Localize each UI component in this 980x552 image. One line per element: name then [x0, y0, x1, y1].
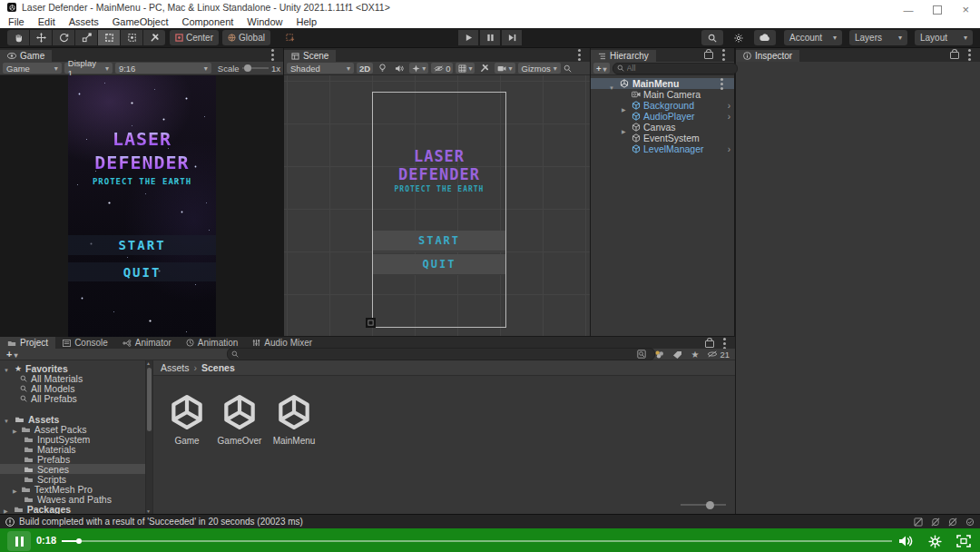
scene-file-gameover[interactable]: GameOver — [213, 392, 266, 446]
scene-tools-icon[interactable] — [477, 63, 492, 74]
settings-gear-icon[interactable] — [928, 535, 942, 548]
favorites-root[interactable]: ★ Favorites — [0, 363, 145, 373]
hierarchy-row-eventsystem[interactable]: EventSystem — [591, 133, 734, 143]
hierarchy-search-input[interactable] — [627, 64, 733, 73]
folder-textmesh-pro[interactable]: TextMesh Pro — [0, 484, 145, 494]
orientation-toggle-button[interactable]: Global — [222, 30, 270, 45]
tab-hierarchy[interactable]: Hierarchy — [591, 50, 656, 62]
prefab-chevron-icon[interactable]: › — [728, 112, 730, 122]
video-progress-bar[interactable] — [62, 540, 892, 542]
folder-prefabs[interactable]: Prefabs — [0, 454, 145, 464]
prefab-chevron-icon[interactable]: › — [728, 144, 730, 154]
menu-window[interactable]: Window — [247, 16, 282, 27]
assets-root[interactable]: Assets — [0, 414, 145, 424]
volume-icon[interactable] — [898, 535, 914, 547]
scene-lighting-icon[interactable] — [376, 63, 389, 74]
hierarchy-row-levelmanager[interactable]: LevelManager › — [591, 143, 734, 154]
rotate-tool-button[interactable] — [53, 30, 74, 45]
scale-slider[interactable] — [242, 67, 269, 69]
display-dropdown[interactable]: Display 1 — [64, 63, 113, 74]
tab-console[interactable]: Console — [55, 337, 115, 349]
pause-button[interactable] — [480, 30, 500, 45]
progress-status-icon[interactable] — [965, 518, 975, 527]
project-lock-icon[interactable] — [705, 340, 714, 348]
project-search-input[interactable] — [241, 350, 651, 359]
project-add-button[interactable]: + — [4, 349, 20, 360]
minimize-button[interactable]: — — [903, 5, 913, 15]
menu-gameobject[interactable]: GameObject — [113, 16, 169, 27]
prefab-chevron-icon[interactable]: › — [728, 101, 730, 111]
breadcrumb-current[interactable]: Scenes — [201, 362, 235, 373]
scale-tool-button[interactable] — [75, 30, 97, 45]
folder-materials[interactable]: Materials — [0, 444, 145, 454]
video-progress-knob[interactable] — [76, 538, 82, 544]
status-message[interactable]: Build completed with a result of 'Succee… — [19, 517, 303, 527]
game-quit-button[interactable]: QUIT — [68, 262, 216, 281]
project-menu-icon[interactable] — [723, 342, 726, 345]
package-visibility-icon[interactable] — [654, 350, 664, 359]
scene-menu-icon[interactable] — [720, 83, 723, 85]
menu-assets[interactable]: Assets — [69, 16, 99, 27]
rect-tool-button[interactable] — [98, 30, 120, 45]
search-by-type-icon[interactable] — [637, 350, 646, 359]
layout-dropdown[interactable]: Layout — [915, 30, 973, 45]
icon-size-slider[interactable] — [681, 500, 726, 509]
scene-file-mainmenu[interactable]: MainMenu — [268, 392, 320, 446]
hand-tool-button[interactable] — [7, 30, 29, 45]
shading-mode-dropdown[interactable]: Shaded — [287, 63, 354, 74]
hierarchy-row-scene[interactable]: MainMenu — [591, 78, 734, 89]
grid-visibility-dropdown[interactable] — [456, 63, 475, 74]
game-view-dropdown[interactable]: Game — [3, 63, 62, 74]
tab-animator[interactable]: Animator — [115, 337, 179, 349]
grid-snapping-icon[interactable] — [279, 30, 301, 45]
maximize-button[interactable] — [933, 5, 942, 15]
scene-camera-dropdown[interactable] — [495, 63, 514, 74]
code-coverage-icon[interactable] — [914, 518, 923, 527]
folder-asset-packs[interactable]: Asset Packs — [0, 424, 145, 434]
inspector-lock-icon[interactable] — [950, 52, 959, 59]
folder-scripts[interactable]: Scripts — [0, 474, 145, 484]
gizmos-dropdown[interactable]: Gizmos — [518, 63, 561, 74]
scene-audio-icon[interactable] — [392, 63, 407, 74]
folder-waves-and-paths[interactable]: Waves and Paths — [0, 494, 145, 504]
pivot-toggle-button[interactable]: Center — [170, 30, 219, 45]
folder-scenes[interactable]: Scenes — [0, 464, 145, 474]
menu-help[interactable]: Help — [296, 16, 317, 27]
icon-size-slider-knob[interactable] — [706, 501, 714, 509]
tab-scene[interactable]: Scene — [284, 50, 336, 62]
search-button[interactable] — [701, 30, 723, 45]
hierarchy-lock-icon[interactable] — [704, 52, 713, 59]
scroll-up-icon[interactable]: ▲ — [146, 360, 151, 366]
auto-refresh-icon[interactable] — [948, 518, 957, 527]
tab-game[interactable]: Game — [0, 50, 52, 62]
hierarchy-row-main-camera[interactable]: Main Camera — [591, 89, 734, 100]
video-pause-button[interactable] — [7, 531, 31, 551]
scene-panel-menu-icon[interactable] — [578, 54, 581, 56]
game-start-button[interactable]: START — [68, 235, 216, 255]
game-panel-menu-icon[interactable] — [271, 54, 274, 56]
tab-project[interactable]: Project — [0, 337, 55, 349]
favorites-all-materials[interactable]: All Materials — [0, 373, 145, 383]
hierarchy-search-field[interactable] — [612, 63, 738, 74]
label-icon[interactable] — [672, 350, 682, 359]
favorites-all-models[interactable]: All Models — [0, 383, 145, 393]
scene-search-icon[interactable] — [564, 64, 572, 73]
hierarchy-row-background[interactable]: Background › — [591, 100, 734, 111]
move-tool-button[interactable] — [30, 30, 52, 45]
layers-dropdown[interactable]: Layers — [849, 30, 907, 45]
tab-inspector[interactable]: Inspector — [736, 50, 799, 62]
menu-component[interactable]: Component — [181, 16, 233, 27]
scene-start-button[interactable]: START — [373, 231, 505, 251]
hierarchy-row-audioplayer[interactable]: AudioPlayer › — [591, 111, 734, 122]
inspector-menu-icon[interactable] — [968, 54, 971, 56]
breadcrumb-root[interactable]: Assets — [161, 362, 190, 373]
aspect-ratio-dropdown[interactable]: 9:16 — [115, 63, 211, 74]
scene-visibility-toggle[interactable]: 0 — [431, 63, 453, 74]
menu-edit[interactable]: Edit — [38, 16, 55, 27]
cache-server-icon[interactable] — [931, 518, 940, 527]
ui-canvas-outline[interactable]: LASER DEFENDER PROTECT THE EARTH START Q… — [372, 92, 506, 328]
hierarchy-menu-icon[interactable] — [722, 54, 725, 56]
scale-slider-knob[interactable] — [244, 64, 251, 72]
scene-file-game[interactable]: Game — [161, 392, 213, 446]
folder-inputsystem[interactable]: InputSystem — [0, 434, 145, 444]
